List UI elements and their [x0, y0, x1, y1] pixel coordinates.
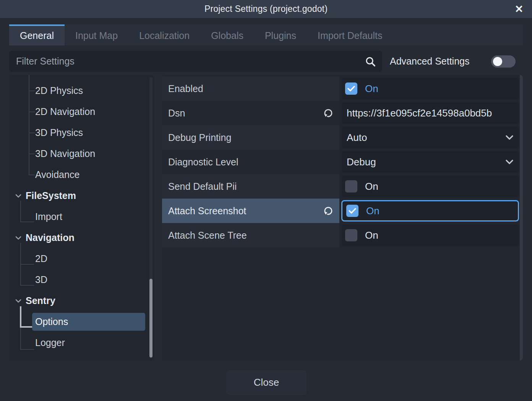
tree-item-logger[interactable]: Logger — [9, 332, 154, 353]
chevron-down-icon — [15, 299, 22, 303]
setting-row-attach-screenshot: Attach Screenshot On — [162, 199, 523, 223]
search-icon — [365, 56, 376, 67]
setting-row-debug-printing: Debug Printing Auto — [162, 125, 523, 150]
setting-row-diagnostic-level: Diagnostic Level Debug — [162, 150, 523, 174]
setting-label: Attach Screenshot — [168, 205, 246, 217]
check-icon — [349, 208, 356, 214]
setting-value-cell: Auto — [341, 125, 519, 150]
tab-localization[interactable]: Localization — [128, 24, 200, 45]
setting-value-cell: On — [341, 223, 519, 247]
revert-icon[interactable] — [323, 108, 333, 118]
setting-row-enabled: Enabled On — [162, 76, 523, 101]
checkbox-state-label: On — [365, 230, 378, 241]
tree-scrollbar-thumb[interactable] — [149, 279, 152, 357]
close-icon[interactable]: ✕ — [511, 2, 527, 17]
setting-value-cell: On — [341, 174, 519, 199]
settings-scrollbar[interactable] — [520, 75, 523, 361]
filter-settings-input[interactable] — [9, 51, 365, 72]
setting-label-cell: Dsn — [162, 101, 339, 125]
enabled-checkbox[interactable] — [345, 82, 357, 95]
dropdown-value: Debug — [341, 156, 376, 168]
revert-icon[interactable] — [323, 205, 333, 216]
setting-row-attach-scene-tree: Attach Scene Tree On — [162, 223, 523, 247]
tree-section-navigation[interactable]: Navigation — [9, 227, 154, 248]
tab-general[interactable]: General — [9, 24, 65, 45]
send-default-pii-checkbox[interactable] — [345, 180, 357, 192]
tree-section-sentry[interactable]: Sentry — [9, 290, 154, 311]
settings-rows: Enabled On Dsn — [162, 76, 523, 247]
tab-bar: General Input Map Localization Globals P… — [9, 24, 523, 45]
debug-printing-dropdown[interactable]: Auto — [341, 127, 519, 148]
setting-value-cell: On — [341, 199, 519, 223]
chevron-down-icon — [15, 194, 22, 198]
tree-item-2d-physics[interactable]: 2D Physics — [9, 80, 154, 101]
tree-item-import[interactable]: Import — [9, 206, 154, 227]
setting-label-cell: Send Default Pii — [162, 174, 339, 199]
window-title: Project Settings (project.godot) — [204, 4, 328, 14]
setting-value-cell: https://3f1e095cf2e14598a0bd5b — [341, 101, 519, 125]
tree-item-options[interactable]: Options — [9, 311, 154, 332]
tree-item-avoidance[interactable]: Avoidance — [9, 164, 154, 185]
tree-item-2d[interactable]: 2D — [9, 248, 154, 269]
tree-item-3d-navigation[interactable]: 3D Navigation — [9, 143, 154, 164]
setting-label: Diagnostic Level — [168, 157, 238, 168]
close-button[interactable]: Close — [227, 370, 306, 395]
advanced-settings-label: Advanced Settings — [390, 51, 469, 72]
setting-row-send-default-pii: Send Default Pii On — [162, 174, 523, 199]
setting-label-cell: Debug Printing — [162, 125, 339, 150]
checkbox-state-label: On — [366, 205, 380, 217]
setting-value-cell: Debug — [341, 150, 519, 174]
tab-import-defaults[interactable]: Import Defaults — [307, 24, 393, 45]
title-bar: Project Settings (project.godot) ✕ — [0, 0, 532, 18]
check-icon — [347, 86, 355, 92]
tree-list: 2D Physics 2D Navigation 3D Physics 3D N… — [9, 80, 154, 353]
setting-label: Enabled — [168, 83, 203, 94]
tab-input-map[interactable]: Input Map — [65, 24, 128, 45]
tree-section-filesystem[interactable]: FileSystem — [9, 185, 154, 206]
setting-value-cell: On — [341, 76, 519, 101]
tree-item-2d-navigation[interactable]: 2D Navigation — [9, 101, 154, 122]
tab-globals[interactable]: Globals — [200, 24, 254, 45]
settings-category-tree: 2D Physics 2D Navigation 3D Physics 3D N… — [9, 75, 154, 361]
setting-label: Send Default Pii — [168, 181, 237, 192]
setting-label-cell: Attach Screenshot — [162, 199, 339, 223]
chevron-down-icon — [15, 236, 22, 240]
setting-label: Dsn — [168, 108, 185, 119]
attach-screenshot-checkbox[interactable] — [346, 205, 358, 217]
advanced-settings-toggle[interactable] — [491, 55, 516, 68]
dsn-value: https://3f1e095cf2e14598a0bd5b — [341, 107, 492, 119]
setting-label: Attach Scene Tree — [168, 230, 247, 241]
tree-item-3d-physics[interactable]: 3D Physics — [9, 122, 154, 143]
diagnostic-level-dropdown[interactable]: Debug — [341, 151, 519, 173]
checkbox-state-label: On — [365, 83, 378, 95]
attach-screenshot-value: On — [341, 200, 519, 222]
toggle-knob — [493, 57, 502, 66]
setting-row-dsn: Dsn https://3f1e095cf2e14598a0bd5b — [162, 101, 523, 125]
setting-label-cell: Diagnostic Level — [162, 150, 339, 174]
enabled-value: On — [341, 78, 519, 99]
tab-plugins[interactable]: Plugins — [254, 24, 307, 45]
filter-settings-field — [9, 51, 382, 72]
checkbox-state-label: On — [365, 181, 378, 192]
setting-label: Debug Printing — [168, 132, 231, 143]
setting-label-cell: Attach Scene Tree — [162, 223, 339, 247]
attach-scene-tree-value: On — [341, 225, 519, 246]
attach-scene-tree-checkbox[interactable] — [345, 229, 357, 241]
send-default-pii-value: On — [341, 176, 519, 197]
chevron-down-icon — [505, 135, 514, 140]
dropdown-value: Auto — [341, 132, 367, 144]
chevron-down-icon — [505, 159, 514, 165]
setting-label-cell: Enabled — [162, 76, 339, 101]
dsn-text-field[interactable]: https://3f1e095cf2e14598a0bd5b — [341, 102, 519, 124]
tree-item-3d[interactable]: 3D — [9, 269, 154, 290]
settings-inspector: Enabled On Dsn — [162, 75, 523, 361]
